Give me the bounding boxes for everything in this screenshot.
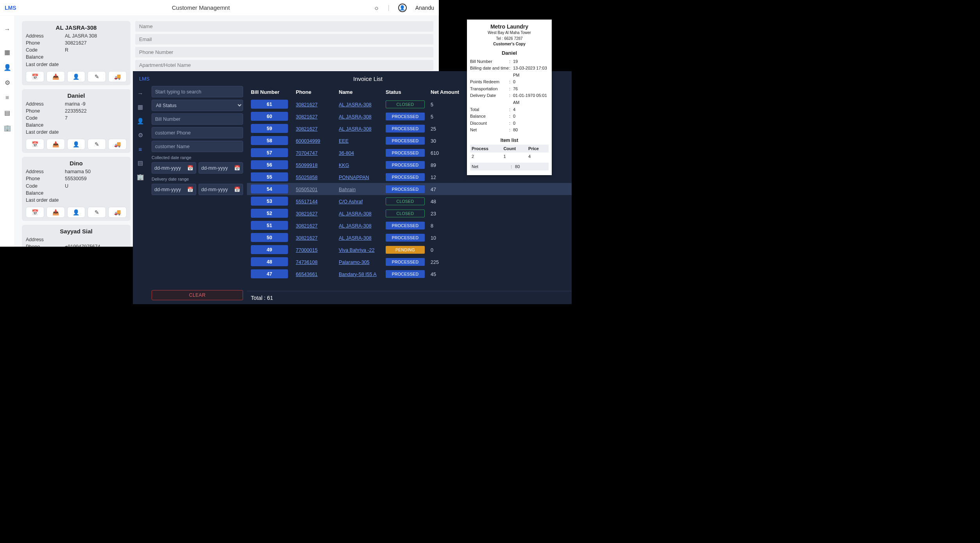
invoice-name-link[interactable]: AL JASRA-308 bbox=[339, 114, 372, 120]
status-badge: PROCESSED bbox=[386, 137, 425, 145]
status-badge: PROCESSED bbox=[386, 125, 425, 133]
bill-number-input[interactable] bbox=[152, 113, 243, 125]
header-bill: Bill Number bbox=[251, 89, 296, 95]
customer-name-input[interactable] bbox=[152, 141, 243, 152]
clear-button[interactable]: CLEAR bbox=[152, 290, 243, 300]
bill-number-button[interactable]: 54 bbox=[251, 185, 288, 194]
bill-number-button[interactable]: 48 bbox=[251, 257, 288, 266]
inbox-icon[interactable]: 📥 bbox=[46, 207, 65, 218]
invoice-phone-link[interactable]: 55517144 bbox=[296, 199, 318, 204]
invoice-name-link[interactable]: AL JASRA-308 bbox=[339, 126, 372, 132]
invoice-name-link[interactable]: KKG bbox=[339, 163, 349, 168]
search-input[interactable] bbox=[152, 86, 243, 97]
users-icon[interactable]: 👤 bbox=[137, 118, 144, 125]
invoice-name-link[interactable]: Palaramo-305 bbox=[339, 260, 370, 265]
calendar-icon[interactable]: 📅 bbox=[26, 139, 44, 150]
delivery-from-date[interactable]: dd-mm-yyyy📅 bbox=[152, 184, 196, 195]
invoice-phone-link[interactable]: 30821627 bbox=[296, 114, 318, 120]
item-header-count: Count bbox=[502, 145, 527, 152]
theme-toggle-icon[interactable]: ☼ bbox=[374, 4, 379, 11]
invoice-phone-link[interactable]: 600034999 bbox=[296, 138, 320, 144]
delivery-to-date[interactable]: dd-mm-yyyy📅 bbox=[199, 184, 243, 195]
collected-to-date[interactable]: dd-mm-yyyy📅 bbox=[199, 162, 243, 174]
customer-phone-input[interactable] bbox=[152, 127, 243, 138]
calendar-icon[interactable]: 📅 bbox=[26, 207, 44, 218]
form-input-apartment-hotel-name[interactable] bbox=[135, 60, 433, 70]
truck-icon[interactable]: 🚚 bbox=[108, 207, 127, 218]
edit-icon[interactable]: ✎ bbox=[88, 71, 106, 82]
user-icon[interactable]: 👤 bbox=[67, 139, 86, 150]
invoice-phone-link[interactable]: 70704747 bbox=[296, 151, 318, 156]
expand-icon[interactable]: → bbox=[138, 90, 143, 97]
bill-number-button[interactable]: 57 bbox=[251, 148, 288, 157]
bill-number-button[interactable]: 59 bbox=[251, 124, 288, 133]
invoice-name-link[interactable]: AL JASRA-308 bbox=[339, 102, 372, 108]
building-icon[interactable]: 🏢 bbox=[137, 174, 144, 181]
bill-number-button[interactable]: 49 bbox=[251, 245, 288, 254]
form-input-email[interactable] bbox=[135, 34, 433, 45]
invoice-name-link[interactable]: Viva Bahriya -22 bbox=[339, 247, 375, 253]
form-input-name[interactable] bbox=[135, 21, 433, 32]
invoice-name-link[interactable]: AL JASRA-308 bbox=[339, 223, 372, 229]
status-select[interactable]: All Status bbox=[152, 100, 243, 111]
expand-icon[interactable]: → bbox=[4, 26, 11, 33]
avatar-icon[interactable]: 👤 bbox=[398, 4, 407, 12]
archive-icon[interactable]: ▤ bbox=[138, 159, 143, 167]
edit-icon[interactable]: ✎ bbox=[88, 139, 106, 150]
calendar-icon[interactable]: 📅 bbox=[26, 71, 44, 82]
bill-number-button[interactable]: 47 bbox=[251, 269, 288, 278]
building-icon[interactable]: 🏢 bbox=[4, 124, 11, 132]
invoice-name-link[interactable]: Bandary-58 I55 A bbox=[339, 272, 377, 277]
truck-icon[interactable]: 🚚 bbox=[108, 139, 127, 150]
invoice-phone-link[interactable]: 55099918 bbox=[296, 163, 318, 168]
invoice-phone-link[interactable]: 30821627 bbox=[296, 235, 318, 241]
truck-icon[interactable]: 🚚 bbox=[108, 71, 127, 82]
invoice-name-link[interactable]: C/O Ashraf bbox=[339, 199, 363, 204]
invoice-phone-link[interactable]: 30821627 bbox=[296, 102, 318, 108]
bill-number-button[interactable]: 56 bbox=[251, 160, 288, 169]
list-icon[interactable]: ≡ bbox=[5, 94, 9, 101]
status-badge: CLOSED bbox=[386, 100, 425, 108]
bill-number-button[interactable]: 58 bbox=[251, 136, 288, 145]
dashboard-icon[interactable]: ▦ bbox=[4, 48, 10, 56]
invoice-phone-link[interactable]: 74736108 bbox=[296, 260, 318, 265]
invoice-phone-link[interactable]: 55025858 bbox=[296, 175, 318, 180]
invoice-name-link[interactable]: AL JASRA-308 bbox=[339, 211, 372, 217]
customer-address: marina -9 bbox=[65, 100, 86, 108]
user-icon[interactable]: 👤 bbox=[67, 207, 86, 218]
invoice-phone-link[interactable]: 30821627 bbox=[296, 211, 318, 217]
bill-number-button[interactable]: 60 bbox=[251, 112, 288, 121]
bill-number-button[interactable]: 52 bbox=[251, 209, 288, 218]
net-amount: 610 bbox=[431, 151, 439, 156]
invoice-phone-link[interactable]: 66543661 bbox=[296, 272, 318, 277]
inbox-icon[interactable]: 📥 bbox=[46, 71, 65, 82]
invoice-name-link[interactable]: Bahrain bbox=[339, 187, 356, 192]
inbox-icon[interactable]: 📥 bbox=[46, 139, 65, 150]
invoice-phone-link[interactable]: 30821627 bbox=[296, 126, 318, 132]
edit-icon[interactable]: ✎ bbox=[88, 207, 106, 218]
invoice-name-link[interactable]: EEE bbox=[339, 138, 349, 144]
bill-number-button[interactable]: 50 bbox=[251, 233, 288, 242]
form-input-phone-number[interactable] bbox=[135, 47, 433, 57]
divider: | bbox=[388, 4, 390, 11]
bill-number-button[interactable]: 51 bbox=[251, 221, 288, 230]
invoice-name-link[interactable]: AL JASRA-308 bbox=[339, 235, 372, 241]
user-icon[interactable]: 👤 bbox=[67, 71, 86, 82]
invoice-phone-link[interactable]: 30821627 bbox=[296, 223, 318, 229]
dark-icon-rail: → ▦ 👤 ⚙ ≡ ▤ 🏢 bbox=[133, 86, 148, 304]
collected-from-date[interactable]: dd-mm-yyyy📅 bbox=[152, 162, 196, 174]
settings-icon[interactable]: ⚙ bbox=[138, 132, 143, 139]
invoice-phone-link[interactable]: 50505201 bbox=[296, 187, 318, 192]
customer-card: Dino Addresshamama 50 Phone55530059 Code… bbox=[22, 157, 131, 221]
settings-icon[interactable]: ⚙ bbox=[5, 79, 10, 86]
dashboard-icon[interactable]: ▦ bbox=[138, 104, 143, 111]
archive-icon[interactable]: ▤ bbox=[4, 109, 10, 116]
list-icon[interactable]: ≡ bbox=[139, 146, 142, 152]
bill-number-button[interactable]: 53 bbox=[251, 197, 288, 206]
bill-number-button[interactable]: 61 bbox=[251, 100, 288, 109]
invoice-name-link[interactable]: 36-804 bbox=[339, 151, 354, 156]
invoice-phone-link[interactable]: 77000015 bbox=[296, 247, 318, 253]
invoice-name-link[interactable]: PONNAPPAN bbox=[339, 175, 369, 180]
bill-number-button[interactable]: 55 bbox=[251, 172, 288, 181]
users-icon[interactable]: 👤 bbox=[4, 64, 11, 71]
